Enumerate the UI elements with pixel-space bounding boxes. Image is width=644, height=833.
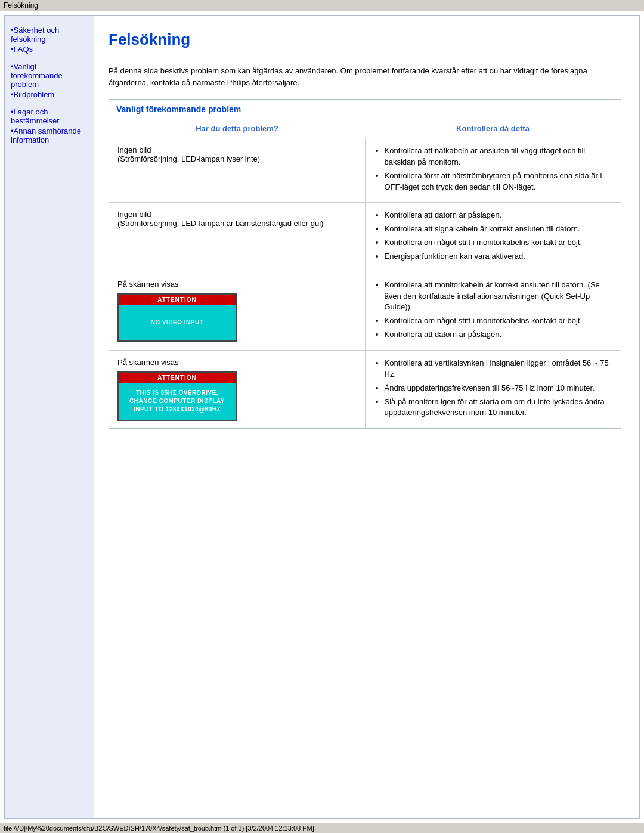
problem-cell: Ingen bild(Strömförsörjning, LED-lampan … <box>109 138 365 203</box>
table-row: Ingen bild(Strömförsörjning, LED-lampan … <box>109 138 621 203</box>
nav-group-2: •Vanligt förekommande problem •Bildprobl… <box>11 62 88 99</box>
table-header-row: Har du detta problem? Kontrollera då det… <box>109 119 621 138</box>
sidebar-item-faq[interactable]: •FAQs <box>11 45 88 54</box>
sidebar-item-bildproblem[interactable]: •Bildproblem <box>11 90 88 99</box>
main-wrapper: •Säkerhet och felsökning •FAQs •Vanligt … <box>4 15 640 819</box>
check-list: Kontrollera att datorn är påslagen.Kontr… <box>374 210 613 262</box>
check-list: Kontrollera att monitorkabeln är korrekt… <box>374 280 613 340</box>
section-header: Vanligt förekommande problem <box>109 100 621 119</box>
sidebar-item-safety[interactable]: •Säkerhet och felsökning <box>11 26 88 44</box>
status-bar: file:///D|/My%20documents/dfu/B2C/SWEDIS… <box>0 823 644 833</box>
problem-cell: På skärmen visasATTENTIONTHIS IS 85HZ OV… <box>109 350 365 428</box>
monitor-body: THIS IS 85HZ OVERDRIVE, CHANGE COMPUTER … <box>119 383 236 420</box>
sidebar-item-common-problems[interactable]: •Vanligt förekommande problem <box>11 62 88 89</box>
check-cell: Kontrollera att datorn är påslagen.Kontr… <box>365 203 621 272</box>
problem-title: Ingen bild <box>117 145 151 154</box>
col-header-check: Kontrollera då detta <box>365 119 621 138</box>
attention-bar: ATTENTION <box>119 373 236 383</box>
check-list: Kontrollera att nätkabeln är ansluten ti… <box>374 145 613 193</box>
col-header-problem: Har du detta problem? <box>109 119 365 138</box>
table-row: På skärmen visasATTENTIONTHIS IS 85HZ OV… <box>109 350 621 428</box>
monitor-message: NO VIDEO INPUT <box>151 318 204 327</box>
check-item: Slå på monitorn igen för att starta om o… <box>385 397 613 419</box>
problem-cell: På skärmen visasATTENTIONNO VIDEO INPUT <box>109 272 365 350</box>
nav-group-1: •Säkerhet och felsökning •FAQs <box>11 26 88 54</box>
problem-title: Ingen bild <box>117 210 151 219</box>
problem-table: Har du detta problem? Kontrollera då det… <box>109 119 621 428</box>
check-cell: Kontrollera att nätkabeln är ansluten ti… <box>365 138 621 203</box>
check-item: Kontrollera att datorn är påslagen. <box>385 210 613 221</box>
check-item: Kontrollera om något stift i monitorkabe… <box>385 237 613 249</box>
table-row: På skärmen visasATTENTIONNO VIDEO INPUTK… <box>109 272 621 350</box>
intro-text: På denna sida beskrivs problem som kan å… <box>109 65 621 88</box>
check-item: Kontrollera om något stift i monitorkabe… <box>385 315 613 327</box>
check-item: Kontrollera att signalkabeln är korrekt … <box>385 224 613 235</box>
problem-title: På skärmen visas <box>117 280 179 289</box>
check-cell: Kontrollera att monitorkabeln är korrekt… <box>365 272 621 350</box>
title-divider <box>109 55 621 55</box>
monitor-screen: ATTENTIONTHIS IS 85HZ OVERDRIVE, CHANGE … <box>117 371 237 421</box>
page-title: Felsökning <box>109 30 621 49</box>
attention-bar: ATTENTION <box>119 295 236 305</box>
monitor-screen: ATTENTIONNO VIDEO INPUT <box>117 293 237 342</box>
check-list: Kontrollera att vertikalsynken i insigna… <box>374 358 613 419</box>
title-bar: Felsökning <box>0 0 644 11</box>
table-row: Ingen bild(Strömförsörjning, LED-lampan … <box>109 203 621 272</box>
section-box: Vanligt förekommande problem Har du dett… <box>109 99 621 429</box>
check-item: Kontrollera först att nätströmbrytaren p… <box>385 171 613 193</box>
problem-desc: (Strömförsörjning, LED-lampan lyser inte… <box>117 154 260 163</box>
problem-cell: Ingen bild(Strömförsörjning, LED-lampan … <box>109 203 365 272</box>
nav-group-3: •Lagar och bestämmelser •Annan samhörand… <box>11 107 88 144</box>
check-item: Energisparfunktionen kan vara aktiverad. <box>385 251 613 262</box>
problem-desc: (Strömförsörjning, LED-lampan är bärnste… <box>117 219 323 228</box>
check-item: Kontrollera att nätkabeln är ansluten ti… <box>385 145 613 168</box>
check-item: Ändra uppdateringsfrekvensen till 56~75 … <box>385 383 613 394</box>
check-item: Kontrollera att vertikalsynken i insigna… <box>385 358 613 380</box>
title-bar-text: Felsökning <box>4 1 38 10</box>
sidebar-item-laws[interactable]: •Lagar och bestämmelser <box>11 107 88 125</box>
section-header-text: Vanligt förekommande problem <box>116 104 241 114</box>
monitor-message: THIS IS 85HZ OVERDRIVE, CHANGE COMPUTER … <box>125 389 230 414</box>
sidebar: •Säkerhet och felsökning •FAQs •Vanligt … <box>5 16 94 818</box>
problem-title: På skärmen visas <box>117 358 179 367</box>
check-item: Kontrollera att monitorkabeln är korrekt… <box>385 280 613 314</box>
sidebar-item-other-info[interactable]: •Annan samhörande information <box>11 126 88 144</box>
status-text: file:///D|/My%20documents/dfu/B2C/SWEDIS… <box>4 825 314 832</box>
monitor-body: NO VIDEO INPUT <box>119 305 236 340</box>
content-area: Felsökning På denna sida beskrivs proble… <box>94 16 639 818</box>
check-cell: Kontrollera att vertikalsynken i insigna… <box>365 350 621 428</box>
check-item: Kontrollera att datorn är påslagen. <box>385 329 613 340</box>
